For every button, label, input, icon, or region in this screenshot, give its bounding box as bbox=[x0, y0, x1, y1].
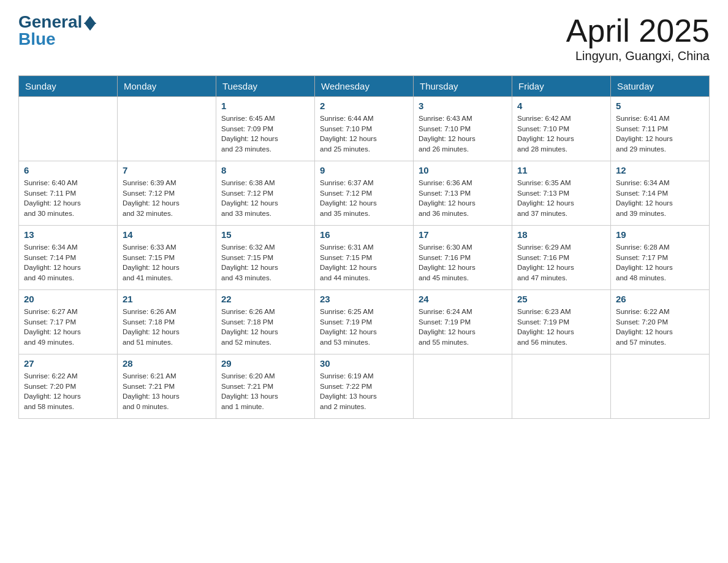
day-number: 29 bbox=[221, 358, 309, 369]
calendar-cell: 28Sunrise: 6:21 AM Sunset: 7:21 PM Dayli… bbox=[118, 354, 216, 419]
day-number: 22 bbox=[221, 294, 309, 304]
day-number: 12 bbox=[616, 165, 704, 175]
day-number: 5 bbox=[616, 101, 704, 111]
day-number: 26 bbox=[616, 294, 704, 304]
logo-blue-text: Blue bbox=[18, 29, 56, 49]
calendar-cell: 26Sunrise: 6:22 AM Sunset: 7:20 PM Dayli… bbox=[611, 290, 710, 354]
day-number: 23 bbox=[320, 294, 408, 304]
calendar-cell: 23Sunrise: 6:25 AM Sunset: 7:19 PM Dayli… bbox=[315, 290, 414, 354]
day-number: 1 bbox=[221, 101, 309, 111]
day-info: Sunrise: 6:34 AM Sunset: 7:14 PM Dayligh… bbox=[616, 178, 704, 219]
day-info: Sunrise: 6:44 AM Sunset: 7:10 PM Dayligh… bbox=[320, 113, 408, 155]
day-of-week-header: Sunday bbox=[19, 76, 118, 97]
day-info: Sunrise: 6:40 AM Sunset: 7:11 PM Dayligh… bbox=[24, 178, 112, 219]
day-number: 21 bbox=[123, 294, 211, 304]
calendar-cell: 10Sunrise: 6:36 AM Sunset: 7:13 PM Dayli… bbox=[414, 161, 512, 226]
day-info: Sunrise: 6:42 AM Sunset: 7:10 PM Dayligh… bbox=[517, 113, 605, 155]
calendar-cell: 11Sunrise: 6:35 AM Sunset: 7:13 PM Dayli… bbox=[512, 161, 611, 226]
day-info: Sunrise: 6:27 AM Sunset: 7:17 PM Dayligh… bbox=[24, 307, 112, 348]
calendar-cell: 7Sunrise: 6:39 AM Sunset: 7:12 PM Daylig… bbox=[118, 161, 216, 226]
calendar-table: SundayMondayTuesdayWednesdayThursdayFrid… bbox=[18, 75, 710, 419]
calendar-cell: 17Sunrise: 6:30 AM Sunset: 7:16 PM Dayli… bbox=[414, 226, 512, 290]
calendar-cell: 12Sunrise: 6:34 AM Sunset: 7:14 PM Dayli… bbox=[611, 161, 710, 226]
day-of-week-header: Friday bbox=[512, 76, 611, 97]
day-number: 2 bbox=[320, 101, 408, 111]
calendar-cell: 16Sunrise: 6:31 AM Sunset: 7:15 PM Dayli… bbox=[315, 226, 414, 290]
day-number: 3 bbox=[419, 101, 507, 111]
calendar-cell: 21Sunrise: 6:26 AM Sunset: 7:18 PM Dayli… bbox=[118, 290, 216, 354]
day-info: Sunrise: 6:28 AM Sunset: 7:17 PM Dayligh… bbox=[616, 242, 704, 283]
calendar-week-row: 20Sunrise: 6:27 AM Sunset: 7:17 PM Dayli… bbox=[19, 290, 710, 354]
calendar-cell bbox=[19, 97, 118, 161]
day-info: Sunrise: 6:37 AM Sunset: 7:12 PM Dayligh… bbox=[320, 178, 408, 219]
day-number: 10 bbox=[419, 165, 507, 175]
day-number: 4 bbox=[517, 101, 605, 111]
calendar-week-row: 13Sunrise: 6:34 AM Sunset: 7:14 PM Dayli… bbox=[19, 226, 710, 290]
title-block: April 2025 Lingyun, Guangxi, China bbox=[566, 12, 710, 63]
day-number: 19 bbox=[616, 229, 704, 240]
calendar-cell: 9Sunrise: 6:37 AM Sunset: 7:12 PM Daylig… bbox=[315, 161, 414, 226]
day-info: Sunrise: 6:32 AM Sunset: 7:15 PM Dayligh… bbox=[221, 242, 309, 283]
calendar-cell: 8Sunrise: 6:38 AM Sunset: 7:12 PM Daylig… bbox=[216, 161, 315, 226]
calendar-cell: 5Sunrise: 6:41 AM Sunset: 7:11 PM Daylig… bbox=[611, 97, 710, 161]
day-info: Sunrise: 6:22 AM Sunset: 7:20 PM Dayligh… bbox=[24, 371, 112, 412]
day-number: 18 bbox=[517, 229, 605, 240]
day-number: 6 bbox=[24, 165, 112, 175]
calendar-cell bbox=[611, 354, 710, 419]
calendar-cell: 22Sunrise: 6:26 AM Sunset: 7:18 PM Dayli… bbox=[216, 290, 315, 354]
calendar-cell: 19Sunrise: 6:28 AM Sunset: 7:17 PM Dayli… bbox=[611, 226, 710, 290]
calendar-cell bbox=[118, 97, 216, 161]
page-header: General Blue April 2025 Lingyun, Guangxi… bbox=[18, 12, 710, 63]
day-info: Sunrise: 6:45 AM Sunset: 7:09 PM Dayligh… bbox=[221, 113, 309, 155]
day-info: Sunrise: 6:34 AM Sunset: 7:14 PM Dayligh… bbox=[24, 242, 112, 283]
day-info: Sunrise: 6:33 AM Sunset: 7:15 PM Dayligh… bbox=[123, 242, 211, 283]
day-info: Sunrise: 6:36 AM Sunset: 7:13 PM Dayligh… bbox=[419, 178, 507, 219]
day-of-week-header: Tuesday bbox=[216, 76, 315, 97]
calendar-cell: 18Sunrise: 6:29 AM Sunset: 7:16 PM Dayli… bbox=[512, 226, 611, 290]
day-info: Sunrise: 6:26 AM Sunset: 7:18 PM Dayligh… bbox=[221, 307, 309, 348]
day-info: Sunrise: 6:30 AM Sunset: 7:16 PM Dayligh… bbox=[419, 242, 507, 283]
calendar-cell: 30Sunrise: 6:19 AM Sunset: 7:22 PM Dayli… bbox=[315, 354, 414, 419]
day-of-week-header: Saturday bbox=[611, 76, 710, 97]
day-number: 14 bbox=[123, 229, 211, 240]
day-info: Sunrise: 6:22 AM Sunset: 7:20 PM Dayligh… bbox=[616, 307, 704, 348]
calendar-cell: 20Sunrise: 6:27 AM Sunset: 7:17 PM Dayli… bbox=[19, 290, 118, 354]
day-info: Sunrise: 6:43 AM Sunset: 7:10 PM Dayligh… bbox=[419, 113, 507, 155]
day-info: Sunrise: 6:29 AM Sunset: 7:16 PM Dayligh… bbox=[517, 242, 605, 283]
page-title: April 2025 bbox=[566, 12, 710, 49]
logo: General Blue bbox=[18, 12, 96, 49]
day-info: Sunrise: 6:38 AM Sunset: 7:12 PM Dayligh… bbox=[221, 178, 309, 219]
calendar-cell: 25Sunrise: 6:23 AM Sunset: 7:19 PM Dayli… bbox=[512, 290, 611, 354]
calendar-header-row: SundayMondayTuesdayWednesdayThursdayFrid… bbox=[19, 76, 710, 97]
day-number: 7 bbox=[123, 165, 211, 175]
day-number: 9 bbox=[320, 165, 408, 175]
calendar-cell bbox=[414, 354, 512, 419]
day-number: 15 bbox=[221, 229, 309, 240]
calendar-cell: 6Sunrise: 6:40 AM Sunset: 7:11 PM Daylig… bbox=[19, 161, 118, 226]
calendar-week-row: 6Sunrise: 6:40 AM Sunset: 7:11 PM Daylig… bbox=[19, 161, 710, 226]
day-of-week-header: Monday bbox=[118, 76, 216, 97]
page-subtitle: Lingyun, Guangxi, China bbox=[566, 49, 710, 63]
calendar-week-row: 27Sunrise: 6:22 AM Sunset: 7:20 PM Dayli… bbox=[19, 354, 710, 419]
day-info: Sunrise: 6:31 AM Sunset: 7:15 PM Dayligh… bbox=[320, 242, 408, 283]
day-number: 16 bbox=[320, 229, 408, 240]
day-of-week-header: Thursday bbox=[414, 76, 512, 97]
day-info: Sunrise: 6:21 AM Sunset: 7:21 PM Dayligh… bbox=[123, 371, 211, 412]
day-info: Sunrise: 6:25 AM Sunset: 7:19 PM Dayligh… bbox=[320, 307, 408, 348]
day-number: 27 bbox=[24, 358, 112, 369]
day-of-week-header: Wednesday bbox=[315, 76, 414, 97]
day-number: 8 bbox=[221, 165, 309, 175]
day-number: 13 bbox=[24, 229, 112, 240]
day-info: Sunrise: 6:41 AM Sunset: 7:11 PM Dayligh… bbox=[616, 113, 704, 155]
day-info: Sunrise: 6:26 AM Sunset: 7:18 PM Dayligh… bbox=[123, 307, 211, 348]
calendar-cell: 24Sunrise: 6:24 AM Sunset: 7:19 PM Dayli… bbox=[414, 290, 512, 354]
calendar-cell: 13Sunrise: 6:34 AM Sunset: 7:14 PM Dayli… bbox=[19, 226, 118, 290]
day-number: 20 bbox=[24, 294, 112, 304]
day-info: Sunrise: 6:20 AM Sunset: 7:21 PM Dayligh… bbox=[221, 371, 309, 412]
calendar-cell: 27Sunrise: 6:22 AM Sunset: 7:20 PM Dayli… bbox=[19, 354, 118, 419]
calendar-cell: 14Sunrise: 6:33 AM Sunset: 7:15 PM Dayli… bbox=[118, 226, 216, 290]
day-number: 30 bbox=[320, 358, 408, 369]
day-number: 11 bbox=[517, 165, 605, 175]
calendar-cell: 29Sunrise: 6:20 AM Sunset: 7:21 PM Dayli… bbox=[216, 354, 315, 419]
day-info: Sunrise: 6:19 AM Sunset: 7:22 PM Dayligh… bbox=[320, 371, 408, 412]
